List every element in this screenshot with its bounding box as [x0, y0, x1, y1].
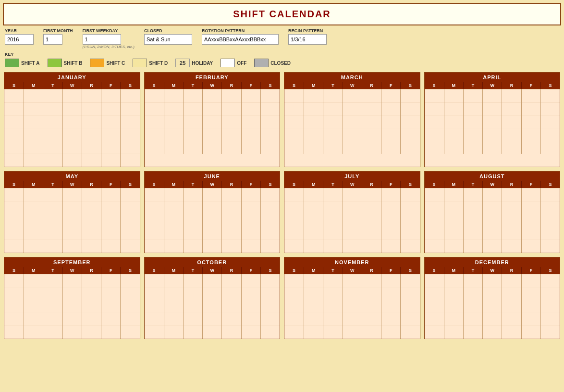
day-cell	[425, 115, 444, 128]
day-cell	[381, 300, 400, 313]
day-cell	[43, 287, 62, 300]
day-cell	[164, 227, 183, 240]
day-cell	[120, 115, 139, 128]
week-row	[4, 214, 140, 227]
day-cell	[43, 102, 62, 115]
day-cell	[241, 240, 260, 253]
day-cell	[120, 326, 139, 339]
day-cell	[101, 115, 120, 128]
day-cell	[444, 141, 463, 154]
day-cell	[82, 141, 101, 154]
day-cell	[183, 89, 202, 102]
day-cell	[502, 201, 521, 214]
first-weekday-input[interactable]	[83, 34, 121, 45]
calendars-grid: JANUARYSMTWRFSFEBRUARYSMTWRFSMARCHSMTWRF…	[0, 69, 564, 342]
day-cell	[145, 287, 164, 300]
day-cell	[482, 326, 502, 339]
day-cell	[183, 287, 202, 300]
month-calendar-july: JULYSMTWRFS	[284, 171, 420, 253]
week-row	[425, 214, 560, 227]
day-headers-row: SMTWRFS	[4, 267, 140, 274]
day-cell	[101, 154, 120, 167]
day-cell	[164, 240, 183, 253]
day-header: F	[381, 267, 400, 274]
day-cell	[82, 240, 101, 253]
day-header: M	[304, 181, 323, 188]
day-cell	[343, 313, 362, 326]
day-cell	[260, 128, 280, 141]
day-cell	[482, 240, 502, 253]
day-cell	[463, 326, 482, 339]
day-cell	[502, 102, 521, 115]
month-header: JULY	[284, 172, 420, 181]
day-cell	[24, 274, 43, 287]
title-bar: SHIFT CALENDAR	[3, 3, 561, 25]
day-cell	[381, 201, 400, 214]
closed-swatch	[254, 59, 269, 67]
key-off: OFF	[221, 59, 246, 67]
day-cell	[62, 115, 82, 128]
day-cell	[62, 274, 82, 287]
day-cell	[463, 102, 482, 115]
page-title: SHIFT CALENDAR	[9, 9, 555, 20]
day-header: W	[62, 267, 82, 274]
day-cell	[241, 128, 260, 141]
day-cell	[284, 313, 304, 326]
first-month-group: FIRST MONTH	[43, 28, 73, 45]
day-header: M	[164, 267, 183, 274]
day-header: T	[43, 267, 62, 274]
day-headers-row: SMTWRFS	[284, 82, 420, 89]
day-header: R	[221, 82, 241, 89]
day-cell	[120, 188, 139, 201]
day-cell	[145, 227, 164, 240]
day-cell	[323, 287, 342, 300]
day-header: W	[343, 181, 362, 188]
day-cell	[304, 274, 323, 287]
year-input[interactable]	[5, 34, 34, 45]
day-cell	[183, 240, 202, 253]
day-cell	[463, 313, 482, 326]
day-cell	[260, 313, 280, 326]
day-cell	[101, 313, 120, 326]
day-cell	[304, 300, 323, 313]
day-cell	[284, 201, 304, 214]
day-cell	[444, 89, 463, 102]
day-header: T	[463, 181, 482, 188]
day-cell	[101, 227, 120, 240]
day-header: M	[444, 82, 463, 89]
week-row	[425, 274, 560, 287]
week-row	[4, 102, 140, 115]
holiday-badge: 25	[175, 59, 190, 67]
key-section: KEY SHIFT A SHIFT B SHIFT C SHIFT D 25 H…	[0, 50, 564, 69]
day-cell	[521, 141, 540, 154]
day-cell	[24, 188, 43, 201]
day-cell	[482, 141, 502, 154]
week-row	[425, 115, 560, 128]
day-cell	[463, 128, 482, 141]
day-cell	[381, 214, 400, 227]
day-cell	[323, 214, 342, 227]
day-cell	[43, 154, 62, 167]
day-header: S	[145, 181, 164, 188]
day-cell	[241, 274, 260, 287]
day-cell	[24, 240, 43, 253]
first-month-input[interactable]	[43, 34, 62, 45]
rotation-input[interactable]	[202, 34, 279, 45]
day-cell	[521, 287, 540, 300]
calendar-body	[4, 188, 140, 253]
day-cell	[444, 115, 463, 128]
day-header: W	[343, 267, 362, 274]
closed-input[interactable]	[144, 34, 192, 45]
begin-input[interactable]	[288, 34, 327, 45]
week-row	[425, 141, 560, 154]
day-cell	[164, 128, 183, 141]
day-cell	[425, 201, 444, 214]
day-cell	[164, 188, 183, 201]
shift-a-label: SHIFT A	[21, 61, 40, 66]
day-cell	[164, 214, 183, 227]
day-cell	[183, 201, 202, 214]
day-cell	[4, 89, 24, 102]
day-cell	[101, 128, 120, 141]
day-header: R	[502, 267, 521, 274]
key-items: SHIFT A SHIFT B SHIFT C SHIFT D 25 HOLID…	[5, 59, 559, 67]
